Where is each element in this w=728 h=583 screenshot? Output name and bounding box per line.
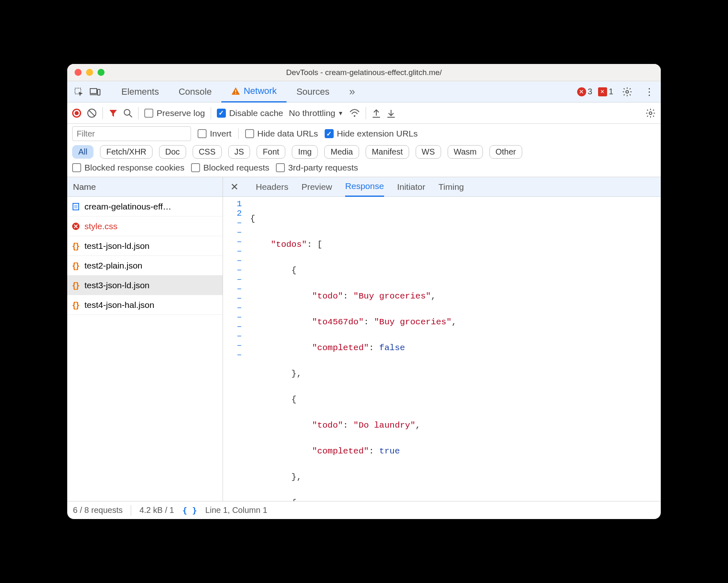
json-icon: {}: [71, 261, 80, 270]
request-row[interactable]: style.css: [67, 216, 223, 236]
request-name: test4-json-hal.json: [84, 300, 154, 310]
pill-font[interactable]: Font: [257, 145, 285, 159]
pill-doc[interactable]: Doc: [159, 145, 186, 159]
issue-count[interactable]: ✕ 1: [598, 87, 613, 96]
error-count-value: 3: [588, 87, 592, 96]
json-icon: {}: [71, 241, 80, 251]
network-settings-icon[interactable]: [645, 108, 656, 118]
network-conditions-icon[interactable]: [349, 109, 360, 118]
svg-rect-5: [235, 93, 236, 94]
window-title: DevTools - cream-gelatinous-effect.glitc…: [67, 68, 661, 77]
request-name: cream-gelatinous-eff…: [84, 202, 171, 212]
status-bar: 6 / 8 requests 4.2 kB / 1 { } Line 1, Co…: [67, 501, 661, 519]
throttling-dropdown[interactable]: No throttling ▼: [289, 108, 344, 118]
tab-network[interactable]: Network: [221, 81, 287, 102]
pill-other[interactable]: Other: [489, 145, 522, 159]
dtab-timing[interactable]: Timing: [439, 177, 464, 197]
more-tabs-button[interactable]: »: [339, 81, 365, 102]
tab-sources[interactable]: Sources: [287, 81, 339, 102]
request-row[interactable]: {} test4-json-hal.json: [67, 295, 223, 315]
issue-icon: ✕: [598, 87, 607, 96]
hide-extension-urls-checkbox[interactable]: Hide extension URLs: [325, 129, 418, 139]
request-name: test1-json-ld.json: [84, 241, 150, 251]
pill-ws[interactable]: WS: [416, 145, 441, 159]
record-button[interactable]: [72, 109, 81, 118]
maximize-window-button[interactable]: [98, 69, 105, 76]
pill-wasm[interactable]: Wasm: [448, 145, 483, 159]
type-filter-row: All Fetch/XHR Doc CSS JS Font Img Media …: [72, 145, 656, 159]
dtab-response[interactable]: Response: [345, 177, 384, 197]
preserve-log-label: Preserve log: [157, 108, 205, 118]
request-row[interactable]: cream-gelatinous-eff…: [67, 197, 223, 216]
search-icon[interactable]: [123, 109, 132, 118]
third-party-checkbox[interactable]: 3rd-party requests: [276, 163, 358, 173]
pill-media[interactable]: Media: [324, 145, 359, 159]
close-detail-button[interactable]: ✕: [230, 181, 239, 193]
document-icon: [71, 202, 80, 211]
device-toolbar-icon[interactable]: [87, 84, 103, 100]
tab-elements[interactable]: Elements: [111, 81, 169, 102]
warning-icon: [231, 87, 240, 95]
disable-cache-checkbox[interactable]: Disable cache: [217, 108, 283, 118]
titlebar: DevTools - cream-gelatinous-effect.glitc…: [67, 64, 661, 81]
panel-tabstrip: Elements Console Network Sources » ✕ 3 ✕…: [67, 81, 661, 102]
error-icon: [71, 222, 80, 231]
upload-har-icon[interactable]: [372, 108, 381, 118]
svg-rect-4: [235, 90, 236, 92]
filter-toggle-icon[interactable]: [109, 109, 118, 118]
close-window-button[interactable]: [75, 69, 82, 76]
code-lines: { "todos": [ { "todo": "Buy groceries", …: [248, 199, 661, 501]
preserve-log-checkbox[interactable]: Preserve log: [144, 108, 205, 118]
response-body[interactable]: 12––––––––––––––– { "todos": [ { "todo":…: [223, 197, 661, 501]
dtab-initiator[interactable]: Initiator: [397, 177, 425, 197]
download-har-icon[interactable]: [387, 108, 396, 118]
pill-js[interactable]: JS: [228, 145, 250, 159]
filter-input[interactable]: [72, 126, 191, 141]
tab-network-label: Network: [243, 86, 277, 96]
error-icon: ✕: [577, 87, 586, 96]
request-name: test2-plain.json: [84, 261, 142, 271]
error-count[interactable]: ✕ 3: [577, 87, 592, 96]
settings-icon[interactable]: [619, 84, 635, 100]
request-name: test3-json-ld.json: [84, 280, 150, 290]
request-list: Name cream-gelatinous-eff… style.css {} …: [67, 177, 223, 501]
cursor-position: Line 1, Column 1: [205, 506, 267, 515]
blocked-cookies-checkbox[interactable]: Blocked response cookies: [72, 163, 184, 173]
json-icon: {}: [71, 281, 80, 290]
request-name: style.css: [84, 221, 118, 231]
svg-point-9: [124, 109, 130, 115]
traffic-lights: [67, 69, 105, 76]
issue-count-value: 1: [609, 87, 613, 96]
main-split: Name cream-gelatinous-eff… style.css {} …: [67, 177, 661, 501]
panel-tabs: Elements Console Network Sources »: [111, 81, 365, 102]
dtab-preview[interactable]: Preview: [301, 177, 332, 197]
more-menu-icon[interactable]: ⋮: [641, 84, 657, 100]
tab-console[interactable]: Console: [169, 81, 222, 102]
pill-css[interactable]: CSS: [193, 145, 222, 159]
clear-button[interactable]: [87, 108, 97, 118]
invert-checkbox[interactable]: Invert: [198, 129, 232, 139]
pill-img[interactable]: Img: [292, 145, 318, 159]
pill-manifest[interactable]: Manifest: [366, 145, 409, 159]
request-list-header[interactable]: Name: [67, 177, 223, 197]
request-count: 6 / 8 requests: [73, 506, 123, 515]
request-row[interactable]: {} test1-json-ld.json: [67, 236, 223, 256]
checkbox-checked-icon: [217, 109, 226, 118]
checkbox-icon: [144, 109, 153, 118]
devtools-window: DevTools - cream-gelatinous-effect.glitc…: [67, 64, 661, 519]
request-row[interactable]: {} test2-plain.json: [67, 256, 223, 276]
detail-pane: ✕ Headers Preview Response Initiator Tim…: [223, 177, 661, 501]
svg-point-6: [626, 90, 629, 93]
svg-point-14: [649, 112, 652, 114]
minimize-window-button[interactable]: [86, 69, 93, 76]
pill-fetch-xhr[interactable]: Fetch/XHR: [100, 145, 152, 159]
inspect-icon[interactable]: [71, 84, 87, 100]
line-gutter: 12–––––––––––––––: [223, 199, 248, 501]
blocked-requests-checkbox[interactable]: Blocked requests: [191, 163, 269, 173]
format-icon[interactable]: { }: [182, 506, 197, 515]
pill-all[interactable]: All: [72, 145, 93, 159]
request-row[interactable]: {} test3-json-ld.json: [67, 276, 223, 295]
dtab-headers[interactable]: Headers: [256, 177, 288, 197]
hide-data-urls-checkbox[interactable]: Hide data URLs: [245, 129, 318, 139]
tabstrip-right: ✕ 3 ✕ 1 ⋮: [577, 84, 657, 100]
